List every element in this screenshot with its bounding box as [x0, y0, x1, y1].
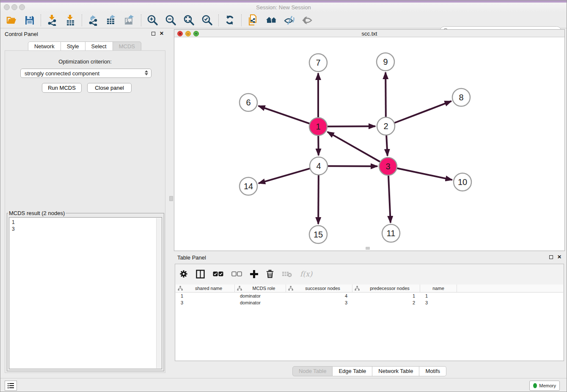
column-header-predecessor-nodes[interactable]: predecessor nodes [352, 284, 420, 292]
edge-4-14[interactable] [259, 168, 310, 183]
close-table-panel-icon[interactable]: ✕ [557, 255, 561, 259]
edge-2-3[interactable] [386, 135, 388, 156]
delete-icon[interactable] [266, 270, 274, 278]
show-graphics-icon[interactable] [302, 14, 313, 26]
table-cell[interactable]: 4 [286, 293, 352, 299]
mcds-result-box[interactable]: 1 3 [9, 217, 162, 369]
network-titlebar[interactable]: ✕ − + scc.txt [174, 30, 564, 37]
column-header-successor-nodes[interactable]: successor nodes [286, 284, 352, 292]
result-scrollbar[interactable] [156, 218, 161, 368]
table-cell[interactable]: 1 [176, 293, 235, 299]
mcds-result-title: MCDS result (2 nodes) [8, 210, 66, 216]
network-window: ✕ − + scc.txt 1234678910111415 [174, 29, 565, 251]
table-row[interactable]: 1dominator411 [176, 293, 563, 299]
table-panel-title: Table Panel [177, 254, 206, 261]
table-panel-tabs: Node TableEdge TableNetwork TableMotifs [174, 366, 565, 376]
select-stepper-icon [145, 70, 148, 75]
run-mcds-button[interactable]: Run MCDS [42, 83, 82, 93]
select-all-icon[interactable] [213, 271, 223, 276]
close-panel-button[interactable]: Close panel [87, 83, 132, 93]
home-icon[interactable] [265, 14, 277, 26]
node-label-1: 1 [316, 122, 320, 131]
float-panel-icon[interactable] [151, 32, 155, 36]
node-label-11: 11 [387, 229, 396, 238]
vertical-splitter-handle[interactable] [169, 196, 173, 201]
memory-status-icon [533, 383, 537, 388]
import-table-icon[interactable] [65, 14, 76, 26]
tab-network-table[interactable]: Network Table [372, 366, 419, 376]
table-cell[interactable]: 1 [420, 293, 457, 299]
edge-3-10[interactable] [397, 168, 452, 180]
import-network-icon[interactable] [47, 14, 58, 26]
float-table-panel-icon[interactable] [549, 255, 553, 259]
edge-2-9[interactable] [385, 72, 386, 117]
edge-1-4[interactable] [318, 135, 319, 155]
table-header-row: shared nameMCDS rolesuccessor nodesprede… [176, 284, 563, 293]
close-panel-icon[interactable]: ✕ [160, 32, 164, 36]
column-pane-icon[interactable] [196, 270, 205, 279]
zoom-in-icon[interactable] [147, 14, 158, 26]
task-history-button[interactable] [5, 381, 17, 391]
horizontal-splitter-handle[interactable] [366, 247, 370, 250]
open-file-icon[interactable] [6, 14, 17, 26]
export-network-icon[interactable] [88, 14, 99, 26]
tab-motifs[interactable]: Motifs [419, 366, 446, 376]
delete-table-icon[interactable] [282, 271, 292, 277]
table-row[interactable]: 3dominator323 [176, 299, 563, 306]
table-cell[interactable]: 1 [352, 293, 420, 299]
tab-node-table[interactable]: Node Table [292, 366, 333, 376]
column-header-shared-name[interactable]: shared name [176, 284, 235, 292]
save-session-icon[interactable] [24, 14, 35, 26]
gear-icon[interactable] [179, 270, 188, 278]
edge-1-2[interactable] [327, 126, 375, 127]
table-cell[interactable]: 3 [286, 299, 352, 306]
network-canvas[interactable]: 1234678910111415 [174, 37, 564, 251]
table-cell[interactable]: 2 [352, 299, 420, 306]
mcds-result-lines: 1 3 [9, 218, 162, 234]
table-cell[interactable]: 3 [420, 299, 457, 306]
hide-graphics-icon[interactable] [284, 14, 295, 26]
zoom-out-icon[interactable] [165, 14, 176, 26]
column-header-MCDS-role[interactable]: MCDS role [235, 284, 286, 292]
network-title: scc.txt [174, 30, 564, 37]
mcds-panel: Optimization criterion: strongly connect… [5, 50, 165, 373]
function-builder-icon[interactable]: f(x) [300, 270, 312, 278]
hierarchy-icon [355, 286, 360, 291]
table-body: 1dominator4113dominator323 [176, 293, 563, 306]
mcds-result-group: MCDS result (2 nodes) 1 3 [7, 210, 164, 371]
edge-3-11[interactable] [388, 175, 391, 223]
column-header-name[interactable]: name [420, 284, 457, 292]
edge-3-1[interactable] [328, 132, 380, 162]
table-panel: Table Panel ✕ [174, 253, 565, 376]
deselect-all-icon[interactable] [231, 271, 242, 276]
edge-4-3[interactable] [328, 166, 377, 166]
table-cell[interactable]: dominator [235, 299, 286, 306]
add-icon[interactable] [250, 270, 258, 278]
node-table: shared nameMCDS rolesuccessor nodesprede… [176, 284, 563, 360]
node-label-8: 8 [459, 93, 463, 102]
optimization-select[interactable]: strongly connected component [20, 69, 151, 78]
main-toolbar [0, 12, 567, 28]
duplicate-network-icon[interactable] [247, 14, 259, 26]
memory-label: Memory [539, 383, 556, 388]
node-label-15: 15 [314, 230, 323, 239]
edge-2-8[interactable] [394, 101, 451, 123]
tab-edge-table[interactable]: Edge Table [333, 366, 372, 376]
table-cell[interactable]: dominator [235, 293, 286, 299]
optimization-select-value: strongly connected component [25, 70, 99, 77]
memory-button[interactable]: Memory [529, 381, 560, 391]
zoom-fit-icon[interactable] [183, 14, 195, 26]
node-table-container: f(x) shared nameMCDS rolesuccessor nodes… [175, 264, 564, 361]
hierarchy-icon [288, 286, 293, 291]
zoom-selected-icon[interactable] [201, 14, 213, 26]
edge-4-15[interactable] [318, 175, 319, 224]
node-label-10: 10 [458, 177, 467, 187]
export-image-icon[interactable] [124, 14, 135, 26]
hierarchy-icon [178, 286, 183, 291]
refresh-icon[interactable] [224, 14, 236, 26]
list-icon [8, 383, 14, 389]
edge-1-6[interactable] [259, 106, 310, 124]
window-title: Session: New Session [0, 4, 567, 11]
export-table-icon[interactable] [106, 14, 117, 26]
table-cell[interactable]: 3 [176, 299, 235, 306]
